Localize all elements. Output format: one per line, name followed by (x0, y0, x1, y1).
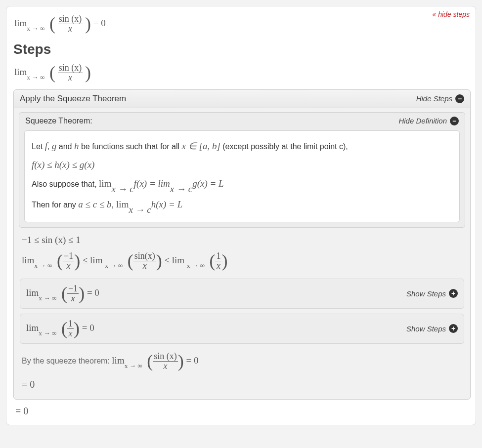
substep-eq: limx → ∞ (1x) = 0 (26, 319, 94, 338)
lim-sub: x → ∞ (27, 25, 44, 32)
rparen: ) (85, 17, 91, 31)
def-line-3: Also suppose that, limx → cf(x) = limx →… (32, 174, 452, 195)
show-steps-label: Show Steps (406, 325, 446, 333)
substep-eq: limx → ∞ (−1x) = 0 (26, 284, 99, 303)
substep-neg1: limx → ∞ (−1x) = 0 Show Steps + (20, 279, 464, 309)
plus-icon[interactable]: + (449, 289, 458, 298)
restate-equation: limx → ∞ ( sin (x) x ) (13, 62, 471, 83)
lparen: ( (49, 17, 55, 31)
lim-text: lim (14, 18, 27, 28)
minus-icon[interactable]: − (455, 94, 464, 103)
substep-pos1: limx → ∞ (1x) = 0 Show Steps + (20, 314, 464, 344)
lim-text: lim (14, 67, 27, 77)
definition-control[interactable]: Hide Definition − (398, 117, 459, 125)
definition-panel: Squeeze Theorem: Hide Definition − Let f… (19, 112, 465, 228)
hide-steps-link[interactable]: « hide steps (433, 10, 470, 18)
numerator: sin (x) (58, 14, 83, 24)
fraction: sin (x) x (58, 14, 83, 34)
conclusion-line: By the squeeze theorem: limx → ∞ (sin (x… (19, 349, 465, 374)
lim-sub: x → ∞ (27, 74, 44, 81)
numerator: sin (x) (58, 63, 83, 73)
denominator: x (58, 73, 83, 82)
result-equation: limx → ∞ ( sin (x) x ) = 0 (13, 11, 471, 35)
lparen: ( (49, 66, 55, 80)
hide-steps-label: Hide Steps (416, 94, 452, 103)
substep-control[interactable]: Show Steps + (406, 324, 458, 333)
squeeze-chain: limx → ∞ (−1x) ≤ lim x → ∞ (sin(x)x) ≤ l… (19, 248, 465, 274)
hide-def-label: Hide Definition (398, 117, 447, 125)
panel-title: Apply the Squeeze Theorem (20, 94, 126, 104)
solution-card: « hide steps limx → ∞ ( sin (x) x ) = 0 … (6, 6, 476, 425)
squeeze-panel-header[interactable]: Apply the Squeeze Theorem Hide Steps − (14, 90, 470, 108)
equals-rhs: = 0 (93, 18, 106, 28)
squeeze-panel-body: Squeeze Theorem: Hide Definition − Let f… (14, 108, 470, 399)
minus-icon[interactable]: − (450, 117, 459, 125)
def-line-1: Let f, g and h be functions such that fo… (32, 137, 452, 156)
rparen: ) (85, 66, 91, 80)
definition-body: Let f, g and h be functions such that fo… (24, 130, 460, 222)
fraction: sin (x) x (58, 63, 83, 82)
inner-result: = 0 (19, 374, 465, 393)
bounds-line: −1 ≤ sin (x) ≤ 1 (19, 232, 465, 248)
denominator: x (58, 24, 83, 34)
definition-header[interactable]: Squeeze Theorem: Hide Definition − (19, 113, 465, 129)
outer-result: = 0 (13, 400, 471, 420)
substep-control[interactable]: Show Steps + (406, 289, 458, 298)
squeeze-panel: Apply the Squeeze Theorem Hide Steps − S… (13, 89, 471, 400)
def-line-2: f(x) ≤ h(x) ≤ g(x) (32, 156, 452, 174)
show-steps-label: Show Steps (406, 289, 446, 298)
def-line-4: Then for any a ≤ c ≤ b, limx → ch(x) = L (32, 195, 452, 216)
definition-title: Squeeze Theorem: (25, 117, 92, 125)
plus-icon[interactable]: + (449, 324, 458, 333)
panel-control[interactable]: Hide Steps − (416, 94, 464, 103)
steps-heading: Steps (13, 41, 471, 57)
